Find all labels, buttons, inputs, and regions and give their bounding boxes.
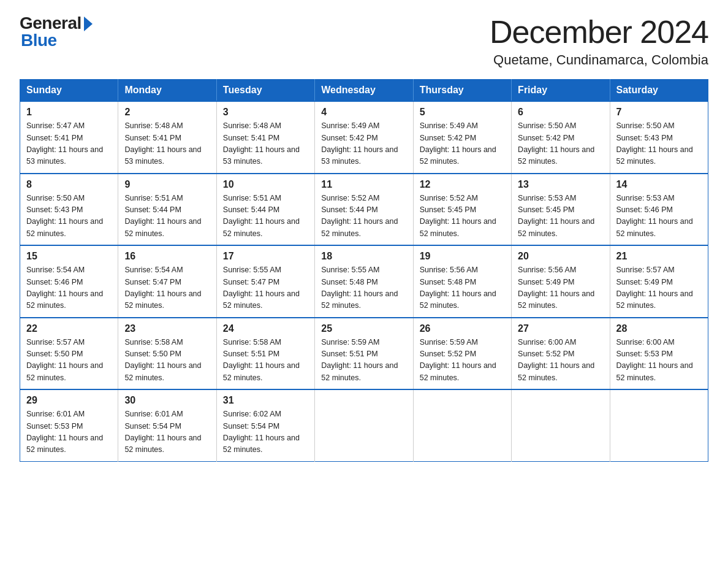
header-row: SundayMondayTuesdayWednesdayThursdayFrid… <box>20 80 708 102</box>
day-number: 14 <box>616 179 702 190</box>
day-info: Sunrise: 5:56 AMSunset: 5:48 PMDaylight:… <box>420 266 496 310</box>
day-info: Sunrise: 5:50 AMSunset: 5:43 PMDaylight:… <box>616 121 693 166</box>
calendar-cell: 17 Sunrise: 5:55 AMSunset: 5:47 PMDaylig… <box>216 245 314 318</box>
day-number: 10 <box>223 179 308 190</box>
day-number: 11 <box>321 179 406 190</box>
day-info: Sunrise: 5:48 AMSunset: 5:41 PMDaylight:… <box>124 121 201 166</box>
logo-general-text: General <box>20 15 82 32</box>
day-number: 18 <box>321 251 406 262</box>
calendar-cell: 4 Sunrise: 5:49 AMSunset: 5:42 PMDayligh… <box>315 101 413 174</box>
calendar-cell: 19 Sunrise: 5:56 AMSunset: 5:48 PMDaylig… <box>413 245 511 318</box>
day-number: 12 <box>420 179 505 190</box>
day-info: Sunrise: 5:54 AMSunset: 5:47 PMDaylight:… <box>124 266 201 310</box>
calendar-cell: 21 Sunrise: 5:57 AMSunset: 5:49 PMDaylig… <box>610 245 708 318</box>
calendar-cell: 28 Sunrise: 6:00 AMSunset: 5:53 PMDaylig… <box>610 318 708 390</box>
header-day-saturday: Saturday <box>610 80 708 102</box>
day-info: Sunrise: 5:57 AMSunset: 5:49 PMDaylight:… <box>616 266 693 310</box>
day-number: 19 <box>420 251 505 262</box>
calendar-cell: 11 Sunrise: 5:52 AMSunset: 5:44 PMDaylig… <box>315 174 413 246</box>
calendar-cell: 3 Sunrise: 5:48 AMSunset: 5:41 PMDayligh… <box>216 101 314 174</box>
calendar-cell: 29 Sunrise: 6:01 AMSunset: 5:53 PMDaylig… <box>20 389 118 461</box>
calendar-cell: 8 Sunrise: 5:50 AMSunset: 5:43 PMDayligh… <box>20 174 118 246</box>
calendar-cell: 13 Sunrise: 5:53 AMSunset: 5:45 PMDaylig… <box>512 174 610 246</box>
calendar-cell: 18 Sunrise: 5:55 AMSunset: 5:48 PMDaylig… <box>315 245 413 318</box>
calendar-cell: 7 Sunrise: 5:50 AMSunset: 5:43 PMDayligh… <box>610 101 708 174</box>
week-row-4: 22 Sunrise: 5:57 AMSunset: 5:50 PMDaylig… <box>20 318 708 390</box>
day-number: 4 <box>321 107 406 118</box>
calendar-title: December 2024 <box>490 15 708 50</box>
day-info: Sunrise: 5:59 AMSunset: 5:52 PMDaylight:… <box>420 338 496 382</box>
day-info: Sunrise: 5:53 AMSunset: 5:46 PMDaylight:… <box>616 194 693 238</box>
calendar-cell: 12 Sunrise: 5:52 AMSunset: 5:45 PMDaylig… <box>413 174 511 246</box>
calendar-cell: 31 Sunrise: 6:02 AMSunset: 5:54 PMDaylig… <box>216 389 314 461</box>
calendar-cell: 10 Sunrise: 5:51 AMSunset: 5:44 PMDaylig… <box>216 174 314 246</box>
week-row-3: 15 Sunrise: 5:54 AMSunset: 5:46 PMDaylig… <box>20 245 708 318</box>
week-row-2: 8 Sunrise: 5:50 AMSunset: 5:43 PMDayligh… <box>20 174 708 246</box>
day-number: 24 <box>223 323 308 334</box>
day-info: Sunrise: 5:54 AMSunset: 5:46 PMDaylight:… <box>26 266 103 310</box>
day-info: Sunrise: 5:58 AMSunset: 5:51 PMDaylight:… <box>223 338 300 382</box>
day-info: Sunrise: 5:49 AMSunset: 5:42 PMDaylight:… <box>321 121 398 166</box>
calendar-cell: 30 Sunrise: 6:01 AMSunset: 5:54 PMDaylig… <box>118 389 216 461</box>
day-info: Sunrise: 5:48 AMSunset: 5:41 PMDaylight:… <box>223 121 300 166</box>
day-number: 13 <box>518 179 603 190</box>
day-number: 22 <box>26 323 112 334</box>
day-number: 6 <box>518 107 603 118</box>
calendar-cell: 9 Sunrise: 5:51 AMSunset: 5:44 PMDayligh… <box>118 174 216 246</box>
day-number: 31 <box>223 395 308 406</box>
header-day-tuesday: Tuesday <box>216 80 314 102</box>
logo-blue-text: Blue <box>21 32 57 49</box>
day-number: 28 <box>616 323 702 334</box>
calendar-header: SundayMondayTuesdayWednesdayThursdayFrid… <box>20 80 708 102</box>
day-info: Sunrise: 5:47 AMSunset: 5:41 PMDaylight:… <box>26 121 103 166</box>
day-info: Sunrise: 6:00 AMSunset: 5:52 PMDaylight:… <box>518 338 594 382</box>
calendar-cell: 6 Sunrise: 5:50 AMSunset: 5:42 PMDayligh… <box>512 101 610 174</box>
day-info: Sunrise: 5:49 AMSunset: 5:42 PMDaylight:… <box>420 121 496 166</box>
calendar-cell <box>315 389 413 461</box>
calendar-cell: 22 Sunrise: 5:57 AMSunset: 5:50 PMDaylig… <box>20 318 118 390</box>
day-info: Sunrise: 5:52 AMSunset: 5:44 PMDaylight:… <box>321 194 398 238</box>
calendar-cell: 5 Sunrise: 5:49 AMSunset: 5:42 PMDayligh… <box>413 101 511 174</box>
logo-arrow-icon <box>84 17 93 31</box>
day-info: Sunrise: 6:02 AMSunset: 5:54 PMDaylight:… <box>223 410 300 454</box>
calendar-cell: 25 Sunrise: 5:59 AMSunset: 5:51 PMDaylig… <box>315 318 413 390</box>
day-number: 21 <box>616 251 702 262</box>
day-info: Sunrise: 6:01 AMSunset: 5:53 PMDaylight:… <box>26 410 103 454</box>
day-number: 9 <box>124 179 210 190</box>
header-day-friday: Friday <box>512 80 610 102</box>
calendar-cell: 2 Sunrise: 5:48 AMSunset: 5:41 PMDayligh… <box>118 101 216 174</box>
day-number: 15 <box>26 251 112 262</box>
day-number: 29 <box>26 395 112 406</box>
header-day-sunday: Sunday <box>20 80 118 102</box>
calendar-cell <box>512 389 610 461</box>
title-block: December 2024 Quetame, Cundinamarca, Col… <box>490 15 708 68</box>
day-info: Sunrise: 5:51 AMSunset: 5:44 PMDaylight:… <box>124 194 201 238</box>
day-number: 27 <box>518 323 603 334</box>
day-info: Sunrise: 5:53 AMSunset: 5:45 PMDaylight:… <box>518 194 594 238</box>
day-number: 7 <box>616 107 702 118</box>
week-row-5: 29 Sunrise: 6:01 AMSunset: 5:53 PMDaylig… <box>20 389 708 461</box>
day-number: 30 <box>124 395 210 406</box>
day-number: 1 <box>26 107 112 118</box>
day-info: Sunrise: 5:55 AMSunset: 5:47 PMDaylight:… <box>223 266 300 310</box>
calendar-cell: 14 Sunrise: 5:53 AMSunset: 5:46 PMDaylig… <box>610 174 708 246</box>
day-info: Sunrise: 5:55 AMSunset: 5:48 PMDaylight:… <box>321 266 398 310</box>
calendar-cell: 15 Sunrise: 5:54 AMSunset: 5:46 PMDaylig… <box>20 245 118 318</box>
day-number: 23 <box>124 323 210 334</box>
day-info: Sunrise: 5:59 AMSunset: 5:51 PMDaylight:… <box>321 338 398 382</box>
calendar-cell: 23 Sunrise: 5:58 AMSunset: 5:50 PMDaylig… <box>118 318 216 390</box>
calendar-table: SundayMondayTuesdayWednesdayThursdayFrid… <box>20 79 708 462</box>
calendar-body: 1 Sunrise: 5:47 AMSunset: 5:41 PMDayligh… <box>20 101 708 461</box>
day-info: Sunrise: 5:51 AMSunset: 5:44 PMDaylight:… <box>223 194 300 238</box>
page-header: General Blue December 2024 Quetame, Cund… <box>20 15 708 68</box>
day-number: 5 <box>420 107 505 118</box>
day-info: Sunrise: 5:56 AMSunset: 5:49 PMDaylight:… <box>518 266 594 310</box>
day-info: Sunrise: 5:50 AMSunset: 5:43 PMDaylight:… <box>26 194 103 238</box>
calendar-cell: 20 Sunrise: 5:56 AMSunset: 5:49 PMDaylig… <box>512 245 610 318</box>
day-number: 20 <box>518 251 603 262</box>
day-number: 16 <box>124 251 210 262</box>
calendar-subtitle: Quetame, Cundinamarca, Colombia <box>490 52 708 68</box>
calendar-cell: 26 Sunrise: 5:59 AMSunset: 5:52 PMDaylig… <box>413 318 511 390</box>
calendar-cell <box>413 389 511 461</box>
day-info: Sunrise: 5:57 AMSunset: 5:50 PMDaylight:… <box>26 338 103 382</box>
